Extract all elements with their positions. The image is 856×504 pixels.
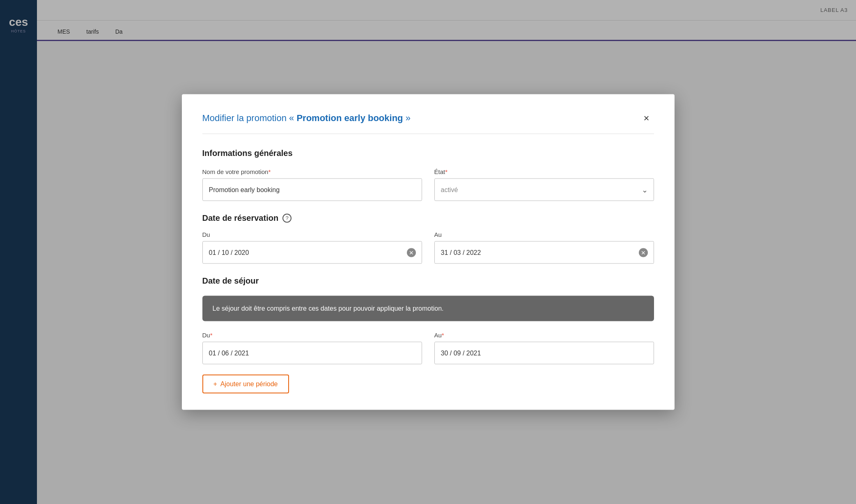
info-box: Le séjour doit être compris entre ces da… — [202, 296, 654, 321]
section-general-title: Informations générales — [202, 149, 654, 158]
reservation-to-clear-icon[interactable]: ✕ — [639, 248, 648, 257]
close-button[interactable]: × — [639, 111, 654, 126]
etat-select-wrapper: activé désactivé ⌄ — [434, 179, 654, 201]
sejour-from-required: * — [210, 332, 213, 339]
sejour-to-group: Au* — [434, 332, 654, 364]
reservation-from-wrapper: ✕ — [202, 241, 422, 264]
nom-label: Nom de votre promotion* — [202, 168, 422, 175]
reservation-section: Date de réservation ? Du ✕ Au ✕ — [202, 213, 654, 264]
nom-label-text: Nom de votre promotion — [202, 168, 269, 175]
general-form-row: Nom de votre promotion* État* activé dés… — [202, 168, 654, 201]
sejour-from-label: Du* — [202, 332, 422, 339]
modal-title-name: Promotion early booking — [296, 113, 403, 123]
reservation-to-wrapper: ✕ — [434, 241, 654, 264]
general-section: Informations générales — [202, 149, 654, 158]
sejour-to-wrapper — [434, 342, 654, 364]
add-period-icon: + — [213, 380, 217, 388]
reservation-to-group: Au ✕ — [434, 231, 654, 264]
sejour-to-input[interactable] — [434, 342, 654, 364]
etat-label-text: État — [434, 168, 445, 175]
etat-group: État* activé désactivé ⌄ — [434, 168, 654, 201]
reservation-from-clear-icon[interactable]: ✕ — [407, 248, 416, 257]
sejour-title: Date de séjour — [202, 276, 654, 286]
reservation-to-label: Au — [434, 231, 654, 238]
nom-group: Nom de votre promotion* — [202, 168, 422, 201]
add-period-label: Ajouter une période — [220, 380, 278, 388]
modal-header: Modifier la promotion « Promotion early … — [202, 111, 654, 134]
add-period-button[interactable]: + Ajouter une période — [202, 375, 289, 394]
sejour-from-group: Du* — [202, 332, 422, 364]
info-box-text: Le séjour doit être compris entre ces da… — [213, 305, 644, 312]
sejour-from-wrapper — [202, 342, 422, 364]
sejour-dates-row: Du* Au* — [202, 332, 654, 364]
reservation-from-label: Du — [202, 231, 422, 238]
modal-title: Modifier la promotion « Promotion early … — [202, 113, 411, 124]
etat-select[interactable]: activé désactivé — [434, 179, 654, 201]
nom-input[interactable] — [202, 179, 422, 201]
sejour-from-label-text: Du — [202, 332, 210, 339]
reservation-from-input[interactable] — [202, 241, 422, 264]
reservation-from-group: Du ✕ — [202, 231, 422, 264]
sejour-to-label-text: Au — [434, 332, 442, 339]
modal: Modifier la promotion « Promotion early … — [182, 94, 675, 410]
reservation-title: Date de réservation — [202, 213, 279, 223]
sejour-from-input[interactable] — [202, 342, 422, 364]
reservation-to-input[interactable] — [434, 241, 654, 264]
etat-label: État* — [434, 168, 654, 175]
reservation-dates-row: Du ✕ Au ✕ — [202, 231, 654, 264]
sejour-to-required: * — [442, 332, 444, 339]
modal-title-prefix: Modifier la promotion « — [202, 113, 297, 123]
modal-title-suffix: » — [403, 113, 411, 123]
nom-required: * — [268, 168, 271, 175]
help-icon[interactable]: ? — [282, 213, 291, 222]
sejour-section: Date de séjour Le séjour doit être compr… — [202, 276, 654, 394]
sejour-to-label: Au* — [434, 332, 654, 339]
etat-required: * — [445, 168, 448, 175]
reservation-title-row: Date de réservation ? — [202, 213, 654, 223]
